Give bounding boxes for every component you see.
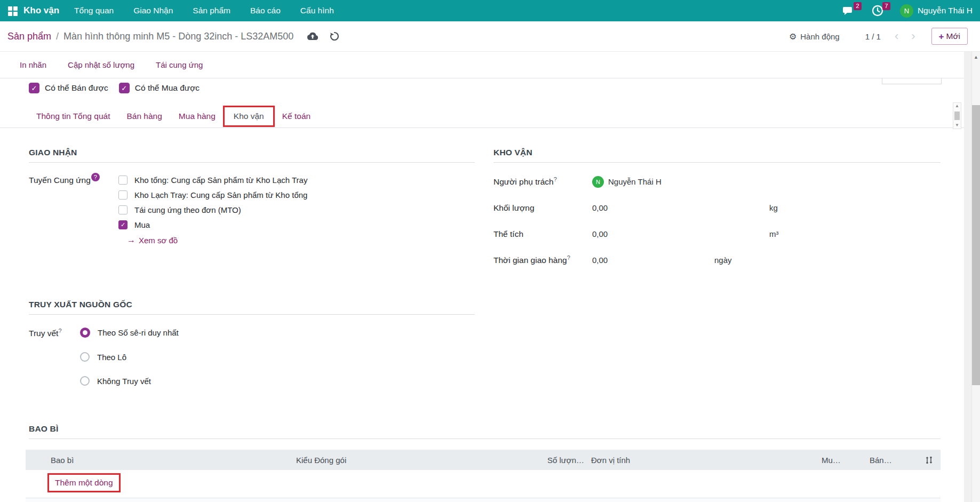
tab-sales[interactable]: Bán hàng [126,111,162,121]
optional-columns-icon[interactable] [918,456,941,465]
form-sheet: ✓ Có thể Bán được ✓ Có thể Mua được Thôn… [0,78,964,502]
scroll-up-icon[interactable]: ▲ [972,52,980,60]
new-record-label: Mới [946,31,960,41]
volume-unit: m³ [769,229,779,238]
pager-previous-icon[interactable]: ‹ [895,30,898,42]
route-label: Mua [134,220,150,229]
apps-grid-icon[interactable] [8,6,17,15]
cloud-save-icon[interactable] [307,31,318,41]
scrollbar-thumb[interactable] [954,111,960,120]
tab-inventory[interactable]: Kho vận [234,111,264,121]
can-be-purchased-checkbox[interactable]: ✓ Có thể Mua được [119,83,200,93]
packaging-table-header: Bao bì Kiểu Đóng gói Số lượn… Đơn vị tín… [26,450,941,470]
actions-menu-label: Hành động [800,32,839,41]
column-quantity[interactable]: Số lượn… [547,456,584,465]
radio-icon [80,328,90,338]
section-traceability-title: TRUY XUẤT NGUỒN GỐC [29,300,475,315]
column-packaging[interactable]: Bao bì [51,456,296,465]
annotation-box-add-line: Thêm một dòng [47,473,121,492]
top-menu: Tổng quan Giao Nhận Sản phẩm Báo cáo Cấu… [74,6,334,15]
menu-bao-cao[interactable]: Báo cáo [250,6,281,15]
statbutton-bar: In nhãn Cập nhật số lượng Tái cung ứng [0,52,964,78]
notebook-tabs: Thông tin Tổng quát Bán hàng Mua hàng Kh… [0,105,964,128]
checkbox-icon [118,190,128,200]
packaging-add-row: Thêm một dòng [26,470,941,496]
activities-icon[interactable]: 7 [871,4,884,17]
tracking-field-label: Truy vết? [29,328,80,400]
sheet-bottom-strip [26,498,941,502]
scroll-up-icon[interactable]: ▲ [955,104,959,108]
breadcrumb-products-link[interactable]: Sản phẩm [7,31,51,42]
view-diagram-link[interactable]: → Xem sơ đồ [127,235,307,245]
tab-accounting[interactable]: Kế toán [282,111,310,121]
breadcrumb-separator: / [56,31,59,42]
radio-label: Theo Số sê-ri duy nhất [98,328,179,337]
update-quantity-button[interactable]: Cập nhật số lượng [61,57,141,73]
column-sales[interactable]: Bán… [870,456,918,465]
lead-time-input[interactable]: 0,00 [592,256,714,265]
tracking-option-serial[interactable]: Theo Số sê-ri duy nhất [80,328,179,338]
checkbox-icon: ✓ [119,83,130,93]
lead-time-field-label: Thời gian giao hàng? [493,254,592,265]
tab-general-info[interactable]: Thông tin Tổng quát [36,111,110,121]
tracking-option-lot[interactable]: Theo Lô [80,352,179,362]
checkbox-icon: ✓ [29,83,39,93]
messages-count-badge: 2 [854,2,862,10]
responsible-value: Nguyễn Thái H [608,177,662,186]
section-logistics: KHO VẬN Người phụ trách? N Nguyễn Thái H… [493,148,941,267]
add-a-line-link[interactable]: Thêm một dòng [55,478,113,487]
pager-next-icon[interactable]: › [911,30,915,42]
radio-label: Không Truy vết [97,377,151,386]
scroll-down-icon[interactable]: ▼ [955,123,959,128]
weight-unit: kg [769,203,778,212]
section-traceability: TRUY XUẤT NGUỒN GỐC Truy vết? Theo Số sê… [29,300,475,400]
weight-input[interactable]: 0,00 [592,203,769,212]
page-gutter [964,52,971,502]
user-avatar: N [900,4,913,18]
messages-icon[interactable]: 2 [842,4,855,17]
tab-purchase[interactable]: Mua hàng [179,111,216,121]
help-sup: ? [554,176,557,182]
record-title: Màn hình thông minh M5 - Dòng 32inch - L… [63,31,293,42]
product-image-placeholder [882,78,942,84]
annotation-box-active-tab: Kho vận [223,106,275,127]
sliders-icon [925,456,934,465]
section-operations: GIAO NHẬN Tuyến Cung ứng? Kho tổng: Cung… [29,148,475,245]
can-be-purchased-label: Có thể Mua được [135,83,200,93]
print-labels-button[interactable]: In nhãn [13,57,53,73]
volume-input[interactable]: 0,00 [592,229,769,238]
menu-cau-hinh[interactable]: Cấu hình [300,6,334,15]
menu-san-pham[interactable]: Sản phẩm [193,6,230,15]
discard-undo-icon[interactable] [329,31,340,42]
user-name: Nguyễn Thái H [918,6,973,15]
route-option[interactable]: Kho tổng: Cung cấp Sản phẩm từ Kho Lạch … [118,176,307,185]
replenish-button[interactable]: Tái cung ứng [149,57,209,73]
route-option[interactable]: Tái cung ứng theo đơn (MTO) [118,205,307,214]
scrollbar-thumb[interactable] [972,105,980,385]
activities-count-badge: 7 [882,2,890,10]
route-option[interactable]: ✓ Mua [118,220,307,229]
user-menu[interactable]: N Nguyễn Thái H [900,4,973,18]
help-icon[interactable]: ? [91,173,100,181]
menu-tong-quan[interactable]: Tổng quan [74,6,114,15]
window-scrollbar[interactable]: ▲ [971,52,980,502]
new-record-button[interactable]: + Mới [931,28,968,45]
radio-label: Theo Lô [97,353,126,362]
column-package-type[interactable]: Kiểu Đóng gói [296,456,547,465]
packaging-table: Bao bì Kiểu Đóng gói Số lượn… Đơn vị tín… [26,450,941,502]
responsible-field-label: Người phụ trách? [493,176,592,187]
column-purchase[interactable]: Mu… [822,456,870,465]
can-be-sold-checkbox[interactable]: ✓ Có thể Bán được [29,83,108,93]
menu-giao-nhan[interactable]: Giao Nhận [133,6,173,15]
help-sup: ? [567,254,570,261]
responsible-user-field[interactable]: N Nguyễn Thái H [592,176,662,188]
tab-content-scrollbar[interactable]: ▲ ▼ [953,102,961,129]
app-name[interactable]: Kho vận [23,5,59,16]
actions-menu-button[interactable]: ⚙ Hành động [789,31,840,42]
tracking-option-none[interactable]: Không Truy vết [80,376,179,386]
tracking-radio-group: Theo Số sê-ri duy nhất Theo Lô Không Tru… [80,328,179,400]
column-uom[interactable]: Đơn vị tính [584,456,822,465]
record-pager: 1 / 1 [865,32,881,41]
route-label: Kho tổng: Cung cấp Sản phẩm từ Kho Lạch … [134,176,307,185]
route-option[interactable]: Kho Lạch Tray: Cung cấp Sản phẩm từ Kho … [118,190,307,200]
